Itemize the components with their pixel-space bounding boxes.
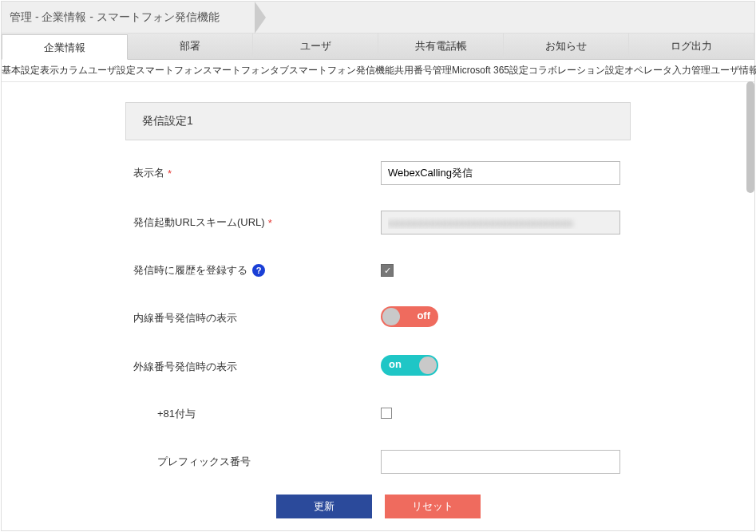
tab-company-info[interactable]: 企業情報 (2, 34, 128, 60)
required-icon: * (268, 217, 272, 229)
label-url-scheme: 発信起動URLスキーム(URL)* (125, 215, 381, 230)
row-prefix: プレフィックス番号 (125, 437, 631, 487)
tab-log-output[interactable]: ログ出力 (629, 33, 754, 59)
label-add-81: +81付与 (125, 407, 381, 421)
breadcrumb-chevron-icon (255, 2, 267, 33)
subtab-operator[interactable]: オペレータ入力管理 (624, 62, 710, 79)
content-scroll[interactable]: 発信設定1 表示名* 発信起動URLスキーム(URL)* (2, 78, 754, 530)
action-bar: 更新 リセット (125, 487, 631, 530)
row-show-internal: 内線番号発信時の表示 off (125, 294, 631, 342)
required-icon: * (168, 167, 172, 179)
reset-button[interactable]: リセット (385, 495, 481, 518)
subtab-user-output[interactable]: ユーザ情報出力管理 (710, 62, 756, 79)
main-tabs: 企業情報 部署 ユーザ 共有電話帳 お知らせ ログ出力 (2, 33, 754, 60)
label-save-history: 発信時に履歴を登録する ? (125, 263, 381, 278)
tab-notice[interactable]: お知らせ (504, 33, 629, 59)
help-icon[interactable]: ? (252, 264, 265, 277)
subtab-smartphone-call[interactable]: スマートフォン発信機能 (289, 62, 394, 79)
row-save-history: 発信時に履歴を登録する ? ✓ (125, 247, 631, 294)
subtab-collab[interactable]: コラボレーション設定 (528, 62, 624, 79)
subtab-basic[interactable]: 基本設定 (2, 62, 40, 79)
add-81-checkbox[interactable] (381, 408, 392, 419)
prefix-input[interactable] (381, 450, 620, 474)
subtab-smartphone[interactable]: スマートフォン (136, 62, 203, 79)
subtab-columns[interactable]: 表示カラム (40, 62, 88, 79)
breadcrumb: 管理 - 企業情報 - スマートフォン発信機能 (10, 10, 220, 25)
show-internal-toggle[interactable]: off (381, 306, 438, 327)
label-show-external: 外線番号発信時の表示 (125, 360, 381, 374)
section-title: 発信設定1 (142, 114, 193, 127)
row-display-name: 表示名* (125, 148, 631, 198)
tab-shared-phonebook[interactable]: 共有電話帳 (378, 33, 504, 59)
label-prefix: プレフィックス番号 (125, 455, 381, 469)
toggle-knob-icon (382, 308, 400, 325)
subtab-smartphone-tab[interactable]: スマートフォンタブ (203, 62, 289, 79)
show-external-toggle[interactable]: on (381, 355, 438, 376)
section-header: 発信設定1 (125, 102, 631, 140)
row-add-81: +81付与 (125, 391, 631, 437)
subtab-user-settings[interactable]: ユーザ設定 (88, 62, 136, 79)
breadcrumb-bar: 管理 - 企業情報 - スマートフォン発信機能 (2, 2, 754, 33)
row-show-external: 外線番号発信時の表示 on (125, 342, 631, 391)
subtab-shared-number[interactable]: 共用番号管理 (394, 62, 452, 79)
label-display-name: 表示名* (125, 166, 381, 180)
update-button[interactable]: 更新 (276, 495, 372, 518)
toggle-knob-icon (419, 357, 437, 374)
row-url-scheme: 発信起動URLスキーム(URL)* (125, 198, 631, 247)
display-name-input[interactable] (381, 161, 620, 185)
form-panel: 発信設定1 表示名* 発信起動URLスキーム(URL)* (125, 102, 631, 530)
label-show-internal: 内線番号発信時の表示 (125, 311, 381, 325)
tab-department[interactable]: 部署 (128, 33, 253, 59)
url-scheme-input[interactable] (381, 211, 620, 234)
save-history-checkbox[interactable]: ✓ (381, 264, 394, 277)
subtab-m365[interactable]: Microsoft 365設定 (452, 62, 528, 79)
tab-user[interactable]: ユーザ (253, 33, 378, 59)
